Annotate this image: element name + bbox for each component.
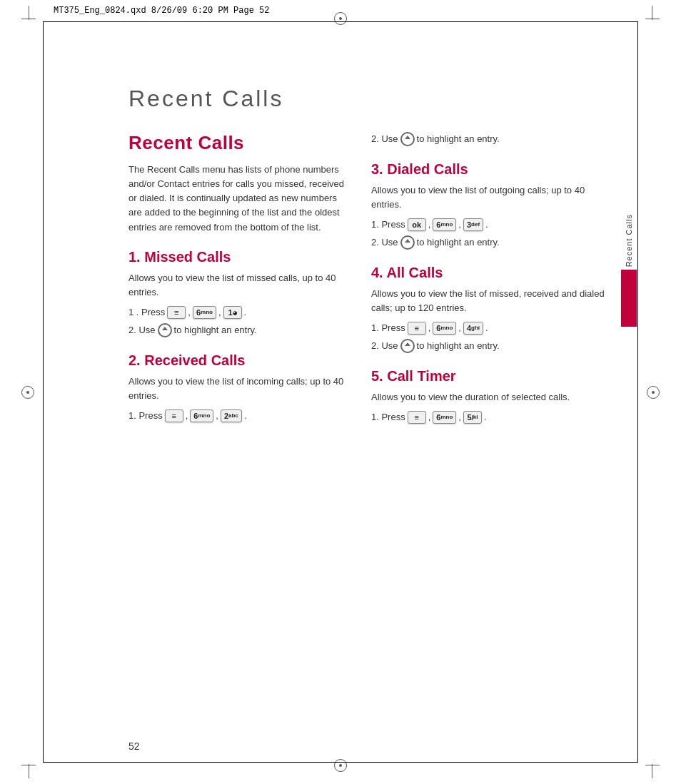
all-step2-suffix: to highlight an entry. — [417, 339, 500, 354]
dialed-step2-text: 2. Use — [371, 235, 398, 250]
received-key-6: 6mno — [190, 409, 213, 422]
received-key-2: 2abc — [221, 409, 242, 422]
reg-mark-right — [647, 386, 660, 399]
timer-key-menu: ≡ — [408, 411, 426, 424]
call-timer-desc: Allows you to view the duration of selec… — [371, 390, 613, 404]
page-title: Recent Calls — [128, 86, 624, 112]
received-calls-desc: Allows you to view the list of incoming … — [128, 375, 350, 403]
dialed-key-3: 3def — [463, 218, 483, 231]
nav-circle-all — [400, 339, 415, 353]
sidebar-tab: Recent Calls — [621, 214, 637, 327]
reg-mark-left — [21, 386, 34, 399]
all-calls-step2: 2. Use to highlight an entry. — [371, 339, 613, 354]
timer-step1-text: 1. Press — [371, 410, 405, 425]
missed-calls-desc: Allows you to view the list of missed ca… — [128, 271, 350, 300]
dialed-calls-step1: 1. Press ok , 6mno , 3def . — [371, 218, 613, 233]
received-step1-text: 1. Press — [128, 409, 163, 424]
crop-mark-bl-v — [29, 764, 29, 778]
nav-circle-missed — [158, 323, 172, 337]
call-timer-title: 5. Call Timer — [371, 368, 613, 385]
missed-calls-step1: 1 . Press ≡ , 6mno , 1◕ . — [128, 305, 350, 320]
page-number: 52 — [128, 740, 140, 752]
missed-step1-text: 1 . Press — [128, 305, 165, 320]
all-calls-title: 4. All Calls — [371, 265, 613, 281]
left-column: Recent Calls The Recent Calls menu has l… — [128, 132, 350, 427]
crop-mark-br-v — [652, 764, 652, 778]
dialed-calls-step2: 2. Use to highlight an entry. — [371, 235, 613, 250]
crop-mark-tr-h — [645, 19, 660, 19]
header-text: MT375_Eng_0824.qxd 8/26/09 6:20 PM Page … — [54, 6, 269, 16]
header-bar: MT375_Eng_0824.qxd 8/26/09 6:20 PM Page … — [54, 6, 627, 16]
received-step2: 2. Use to highlight an entry. — [371, 132, 613, 147]
received-key-menu: ≡ — [165, 409, 183, 422]
sidebar-tab-bar — [621, 270, 637, 327]
page-border-left — [43, 21, 44, 763]
missed-step2-text: 2. Use — [128, 323, 156, 338]
all-key-menu: ≡ — [408, 322, 426, 335]
content-area: Recent Calls The Recent Calls menu has l… — [128, 132, 613, 427]
crop-mark-br-h — [645, 765, 660, 765]
missed-step2-suffix: to highlight an entry. — [174, 323, 257, 338]
intro-text: The Recent Calls menu has lists of phone… — [128, 163, 350, 235]
crop-mark-tl-v — [29, 6, 29, 20]
all-key-6: 6mno — [433, 322, 456, 335]
page-border-right — [637, 21, 638, 763]
page-border-top — [43, 21, 638, 22]
dialed-step2-suffix: to highlight an entry. — [417, 235, 500, 250]
right-column: 2. Use to highlight an entry. 3. Dialed … — [371, 132, 613, 427]
nav-circle-received — [400, 132, 415, 146]
reg-mark-bottom — [334, 759, 347, 772]
missed-calls-step2: 2. Use to highlight an entry. — [128, 323, 350, 338]
received-calls-title: 2. Received Calls — [128, 352, 350, 369]
received-calls-step1: 1. Press ≡ , 6mno , 2abc . — [128, 409, 350, 424]
dialed-key-6: 6mno — [433, 218, 456, 231]
crop-mark-tr-v — [652, 6, 652, 20]
nav-circle-dialed — [400, 235, 415, 250]
dialed-calls-desc: Allows you to view the list of outgoing … — [371, 183, 613, 212]
page-border-bottom — [43, 762, 638, 763]
sidebar-tab-label: Recent Calls — [625, 214, 633, 267]
all-step2-text: 2. Use — [371, 339, 398, 354]
missed-calls-title: 1. Missed Calls — [128, 249, 350, 265]
dialed-step1-text: 1. Press — [371, 218, 405, 233]
dialed-key-ok: ok — [408, 218, 426, 231]
call-timer-step1: 1. Press ≡ , 6mno , 5jkl . — [371, 410, 613, 425]
all-calls-desc: Allows you to view the list of missed, r… — [371, 287, 613, 315]
missed-key-6: 6mno — [193, 306, 216, 319]
dialed-calls-title: 3. Dialed Calls — [371, 161, 613, 178]
timer-key-6: 6mno — [433, 411, 456, 424]
all-step1-text: 1. Press — [371, 321, 405, 336]
all-key-4: 4ghi — [463, 322, 483, 335]
timer-key-5: 5jkl — [463, 411, 482, 424]
page-title-area: Recent Calls — [128, 86, 624, 112]
missed-key-menu: ≡ — [167, 306, 186, 319]
missed-key-1: 1◕ — [223, 306, 242, 319]
main-section-title: Recent Calls — [128, 132, 350, 154]
all-calls-step1: 1. Press ≡ , 6mno , 4ghi . — [371, 321, 613, 336]
